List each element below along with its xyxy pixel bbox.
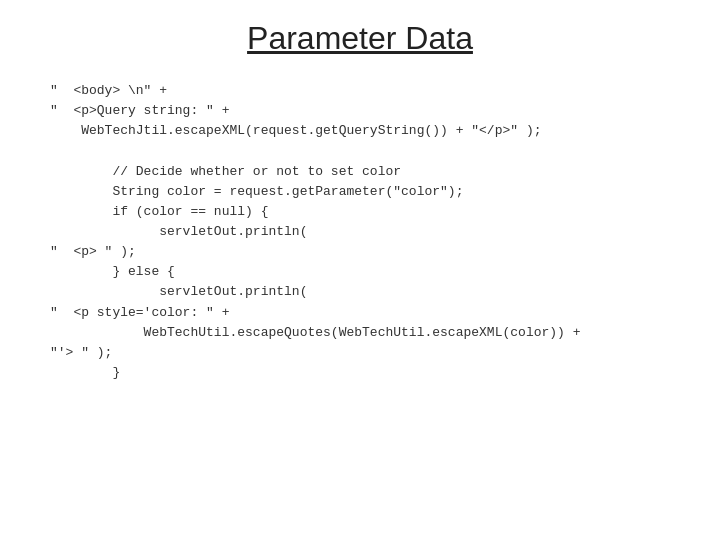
page-title: Parameter Data: [247, 20, 473, 57]
code-block: " <body> \n" + " <p>Query string: " + We…: [50, 81, 581, 383]
page: Parameter Data " <body> \n" + " <p>Query…: [0, 0, 720, 540]
